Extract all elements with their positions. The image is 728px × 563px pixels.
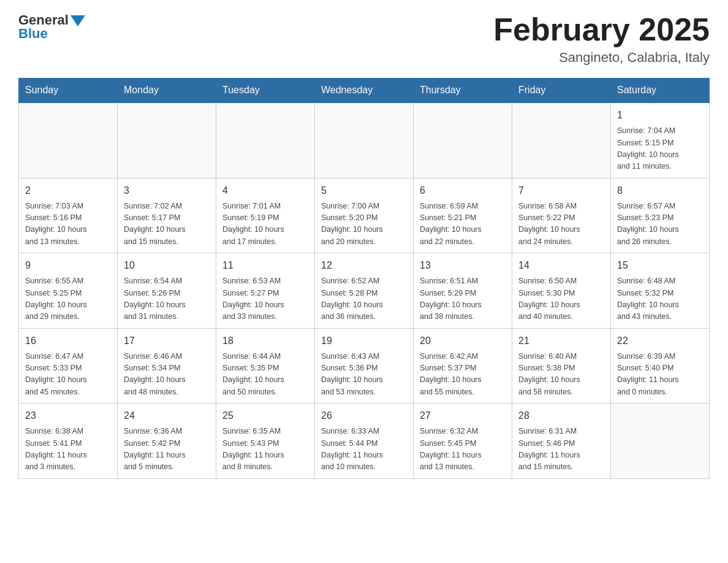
- logo-blue-text: Blue: [18, 26, 48, 42]
- calendar-cell: 19Sunrise: 6:43 AM Sunset: 5:36 PM Dayli…: [315, 328, 414, 404]
- calendar-cell: 13Sunrise: 6:51 AM Sunset: 5:29 PM Dayli…: [414, 253, 512, 329]
- day-number: 1: [617, 108, 703, 123]
- weekday-header-sunday: Sunday: [19, 79, 118, 103]
- day-number: 8: [617, 183, 703, 198]
- calendar-cell: [315, 102, 414, 178]
- day-number: 2: [25, 183, 111, 198]
- day-number: 15: [617, 258, 703, 273]
- day-info: Sunrise: 6:58 AM Sunset: 5:22 PM Dayligh…: [518, 201, 604, 248]
- day-info: Sunrise: 7:03 AM Sunset: 5:16 PM Dayligh…: [25, 201, 111, 248]
- day-info: Sunrise: 6:46 AM Sunset: 5:34 PM Dayligh…: [124, 351, 210, 399]
- day-number: 19: [321, 334, 407, 348]
- calendar-cell: 26Sunrise: 6:33 AM Sunset: 5:44 PM Dayli…: [315, 404, 414, 479]
- calendar-week-4: 16Sunrise: 6:47 AM Sunset: 5:33 PM Dayli…: [19, 328, 710, 404]
- calendar-cell: 25Sunrise: 6:35 AM Sunset: 5:43 PM Dayli…: [216, 404, 315, 479]
- day-info: Sunrise: 6:38 AM Sunset: 5:41 PM Dayligh…: [25, 426, 111, 473]
- day-number: 6: [420, 183, 506, 198]
- day-number: 13: [420, 258, 506, 273]
- day-info: Sunrise: 7:02 AM Sunset: 5:17 PM Dayligh…: [124, 201, 210, 248]
- day-number: 17: [124, 334, 210, 348]
- logo-triangle-icon: [70, 15, 85, 26]
- day-number: 23: [25, 408, 111, 423]
- day-info: Sunrise: 6:35 AM Sunset: 5:43 PM Dayligh…: [222, 426, 308, 473]
- logo: General Blue: [18, 12, 85, 42]
- day-info: Sunrise: 6:48 AM Sunset: 5:32 PM Dayligh…: [617, 275, 703, 323]
- calendar-cell: 17Sunrise: 6:46 AM Sunset: 5:34 PM Dayli…: [118, 328, 216, 404]
- calendar-cell: 6Sunrise: 6:59 AM Sunset: 5:21 PM Daylig…: [414, 178, 512, 253]
- calendar-cell: 2Sunrise: 7:03 AM Sunset: 5:16 PM Daylig…: [19, 178, 118, 253]
- calendar-cell: 4Sunrise: 7:01 AM Sunset: 5:19 PM Daylig…: [216, 178, 315, 253]
- calendar-table: SundayMondayTuesdayWednesdayThursdayFrid…: [18, 78, 710, 479]
- day-info: Sunrise: 6:50 AM Sunset: 5:30 PM Dayligh…: [518, 275, 604, 323]
- weekday-header-monday: Monday: [118, 79, 216, 103]
- day-number: 21: [518, 334, 604, 348]
- calendar-cell: 15Sunrise: 6:48 AM Sunset: 5:32 PM Dayli…: [611, 253, 710, 329]
- day-info: Sunrise: 6:53 AM Sunset: 5:27 PM Dayligh…: [222, 275, 308, 323]
- calendar-cell: 8Sunrise: 6:57 AM Sunset: 5:23 PM Daylig…: [611, 178, 710, 253]
- calendar-cell: 11Sunrise: 6:53 AM Sunset: 5:27 PM Dayli…: [216, 253, 315, 329]
- day-number: 10: [124, 258, 210, 273]
- day-number: 20: [420, 334, 506, 348]
- day-info: Sunrise: 6:36 AM Sunset: 5:42 PM Dayligh…: [124, 426, 210, 473]
- day-number: 12: [321, 258, 407, 273]
- calendar-body: 1Sunrise: 7:04 AM Sunset: 5:15 PM Daylig…: [19, 102, 710, 478]
- calendar-cell: [19, 102, 118, 178]
- day-number: 9: [25, 258, 111, 273]
- day-info: Sunrise: 6:51 AM Sunset: 5:29 PM Dayligh…: [420, 275, 506, 323]
- calendar-cell: 14Sunrise: 6:50 AM Sunset: 5:30 PM Dayli…: [512, 253, 611, 329]
- day-info: Sunrise: 6:54 AM Sunset: 5:26 PM Dayligh…: [124, 275, 210, 323]
- day-info: Sunrise: 7:00 AM Sunset: 5:20 PM Dayligh…: [321, 201, 407, 248]
- day-number: 22: [617, 334, 703, 348]
- calendar-week-3: 9Sunrise: 6:55 AM Sunset: 5:25 PM Daylig…: [19, 253, 710, 329]
- calendar-cell: 28Sunrise: 6:31 AM Sunset: 5:46 PM Dayli…: [512, 404, 611, 479]
- calendar-cell: 5Sunrise: 7:00 AM Sunset: 5:20 PM Daylig…: [315, 178, 414, 253]
- day-number: 28: [518, 408, 604, 423]
- day-info: Sunrise: 6:42 AM Sunset: 5:37 PM Dayligh…: [420, 351, 506, 399]
- day-info: Sunrise: 6:55 AM Sunset: 5:25 PM Dayligh…: [25, 275, 111, 323]
- page-header: General Blue February 2025 Sangineto, Ca…: [18, 12, 710, 66]
- day-number: 7: [518, 183, 604, 198]
- day-number: 27: [420, 408, 506, 423]
- day-info: Sunrise: 6:40 AM Sunset: 5:38 PM Dayligh…: [518, 351, 604, 399]
- calendar-cell: 10Sunrise: 6:54 AM Sunset: 5:26 PM Dayli…: [118, 253, 216, 329]
- calendar-cell: 1Sunrise: 7:04 AM Sunset: 5:15 PM Daylig…: [611, 102, 710, 178]
- weekday-header-thursday: Thursday: [414, 79, 512, 103]
- day-number: 18: [222, 334, 308, 348]
- calendar-cell: [118, 102, 216, 178]
- day-number: 26: [321, 408, 407, 423]
- calendar-cell: 16Sunrise: 6:47 AM Sunset: 5:33 PM Dayli…: [19, 328, 118, 404]
- day-info: Sunrise: 6:47 AM Sunset: 5:33 PM Dayligh…: [25, 351, 111, 399]
- calendar-week-5: 23Sunrise: 6:38 AM Sunset: 5:41 PM Dayli…: [19, 404, 710, 479]
- month-title: February 2025: [493, 12, 710, 47]
- weekday-header-tuesday: Tuesday: [216, 79, 315, 103]
- calendar-cell: [611, 404, 710, 479]
- calendar-cell: [414, 102, 512, 178]
- weekday-header-saturday: Saturday: [611, 79, 710, 103]
- calendar-cell: 27Sunrise: 6:32 AM Sunset: 5:45 PM Dayli…: [414, 404, 512, 479]
- calendar-cell: 24Sunrise: 6:36 AM Sunset: 5:42 PM Dayli…: [118, 404, 216, 479]
- calendar-cell: 12Sunrise: 6:52 AM Sunset: 5:28 PM Dayli…: [315, 253, 414, 329]
- calendar-cell: 7Sunrise: 6:58 AM Sunset: 5:22 PM Daylig…: [512, 178, 611, 253]
- day-info: Sunrise: 6:39 AM Sunset: 5:40 PM Dayligh…: [617, 351, 703, 399]
- day-info: Sunrise: 6:52 AM Sunset: 5:28 PM Dayligh…: [321, 275, 407, 323]
- weekday-header-row: SundayMondayTuesdayWednesdayThursdayFrid…: [19, 79, 710, 103]
- day-info: Sunrise: 6:32 AM Sunset: 5:45 PM Dayligh…: [420, 426, 506, 473]
- day-number: 14: [518, 258, 604, 273]
- day-number: 3: [124, 183, 210, 198]
- day-info: Sunrise: 6:57 AM Sunset: 5:23 PM Dayligh…: [617, 201, 703, 248]
- day-number: 16: [25, 334, 111, 348]
- day-number: 24: [124, 408, 210, 423]
- day-info: Sunrise: 7:04 AM Sunset: 5:15 PM Dayligh…: [617, 125, 703, 173]
- day-number: 5: [321, 183, 407, 198]
- day-info: Sunrise: 7:01 AM Sunset: 5:19 PM Dayligh…: [222, 201, 308, 248]
- calendar-cell: 22Sunrise: 6:39 AM Sunset: 5:40 PM Dayli…: [611, 328, 710, 404]
- calendar-cell: 21Sunrise: 6:40 AM Sunset: 5:38 PM Dayli…: [512, 328, 611, 404]
- calendar-cell: 3Sunrise: 7:02 AM Sunset: 5:17 PM Daylig…: [118, 178, 216, 253]
- calendar-cell: [512, 102, 611, 178]
- day-number: 11: [222, 258, 308, 273]
- weekday-header-wednesday: Wednesday: [315, 79, 414, 103]
- calendar-cell: 18Sunrise: 6:44 AM Sunset: 5:35 PM Dayli…: [216, 328, 315, 404]
- calendar-cell: [216, 102, 315, 178]
- calendar-cell: 23Sunrise: 6:38 AM Sunset: 5:41 PM Dayli…: [19, 404, 118, 479]
- calendar-week-1: 1Sunrise: 7:04 AM Sunset: 5:15 PM Daylig…: [19, 102, 710, 178]
